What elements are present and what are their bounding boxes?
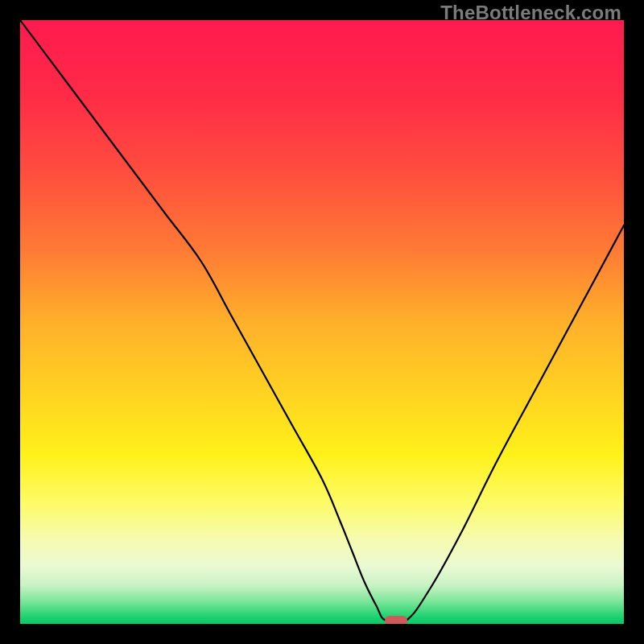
- chart-frame: TheBottleneck.com: [0, 0, 644, 644]
- plot-area: [20, 20, 624, 624]
- watermark-text: TheBottleneck.com: [440, 2, 621, 24]
- bottleneck-curve: [20, 20, 624, 624]
- optimal-marker: [385, 616, 407, 625]
